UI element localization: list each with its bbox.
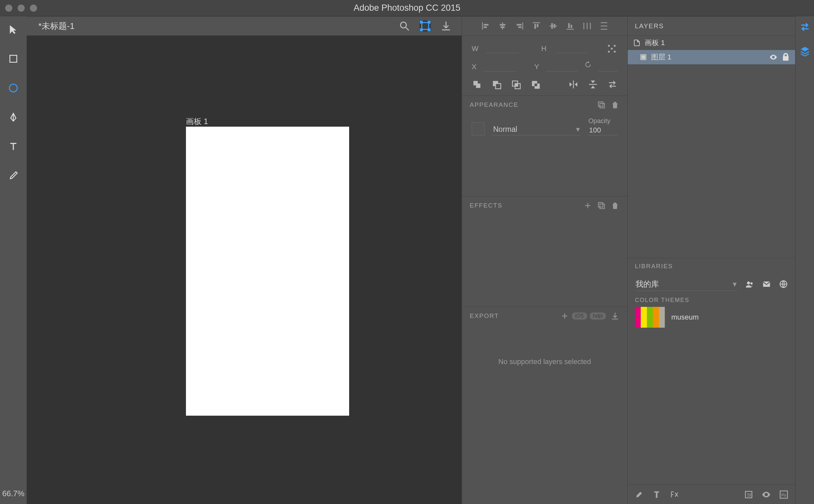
- library-select[interactable]: 我的库 ▾: [635, 278, 737, 291]
- rectangle-tool[interactable]: [5, 50, 22, 68]
- svg-rect-16: [522, 22, 523, 30]
- color-themes-label: COLOR THEMES: [628, 297, 795, 304]
- distribute-v-icon[interactable]: [599, 21, 609, 31]
- svg-rect-0: [10, 55, 17, 62]
- align-left-icon[interactable]: [481, 21, 490, 31]
- svg-rect-28: [583, 23, 584, 29]
- rotate-input[interactable]: [598, 62, 618, 71]
- layers-title: LAYERS: [635, 22, 664, 30]
- copy-style-icon[interactable]: [597, 100, 606, 109]
- close-window-icon[interactable]: [5, 5, 12, 12]
- globe-icon[interactable]: [779, 280, 788, 289]
- add-effect-icon[interactable]: [583, 201, 592, 210]
- bool-subtract-icon[interactable]: [491, 79, 502, 90]
- align-top-icon[interactable]: [531, 21, 541, 31]
- svg-point-57: [747, 282, 750, 284]
- search-icon[interactable]: [399, 20, 410, 32]
- artboard-row[interactable]: 画板 1: [628, 36, 795, 50]
- layer-row[interactable]: 图层 1: [628, 50, 795, 64]
- move-tool[interactable]: [5, 21, 22, 38]
- bool-union-icon[interactable]: [472, 79, 482, 90]
- layers-panel: LAYERS 画板 1 图层 1 LIBRARIES: [628, 16, 795, 504]
- fx-icon[interactable]: [669, 490, 679, 499]
- eyedropper-tool[interactable]: [5, 167, 22, 184]
- document-tab[interactable]: *未标题-1: [27, 20, 74, 32]
- align-center-v-icon[interactable]: [548, 21, 558, 31]
- flip-h-icon[interactable]: [568, 79, 579, 90]
- width-input[interactable]: [486, 44, 518, 53]
- swap-icon[interactable]: [607, 79, 618, 90]
- zoom-window-icon[interactable]: [30, 5, 37, 12]
- svg-rect-5: [422, 23, 429, 30]
- transform-toggle-icon[interactable]: [419, 20, 431, 32]
- visibility-toggle-icon[interactable]: [769, 53, 778, 61]
- color-theme-swatch[interactable]: [635, 307, 665, 328]
- align-center-h-icon[interactable]: [498, 21, 507, 31]
- opacity-input[interactable]: 100: [588, 125, 618, 135]
- type-tool[interactable]: [5, 138, 22, 155]
- flip-v-icon[interactable]: [588, 79, 598, 90]
- delete-effect-icon[interactable]: [610, 201, 620, 210]
- delete-style-icon[interactable]: [610, 100, 620, 109]
- opacity-label: Opacity: [588, 117, 618, 125]
- svg-rect-46: [598, 102, 603, 107]
- svg-text:St: St: [747, 493, 751, 498]
- chevron-down-icon: ▾: [576, 125, 580, 134]
- fill-swatch[interactable]: [472, 122, 485, 135]
- svg-rect-8: [420, 29, 422, 31]
- height-input[interactable]: [555, 44, 588, 53]
- ios-preset-tag[interactable]: iOS: [572, 312, 587, 320]
- svg-rect-9: [428, 29, 430, 31]
- share-library-icon[interactable]: [745, 280, 754, 289]
- svg-point-38: [611, 48, 613, 50]
- preview-icon[interactable]: [761, 490, 771, 499]
- distribute-h-icon[interactable]: [582, 21, 592, 31]
- type-style-icon[interactable]: [652, 490, 662, 499]
- svg-rect-56: [783, 57, 788, 60]
- artboard-row-label: 画板 1: [645, 38, 665, 48]
- mail-icon[interactable]: [762, 280, 771, 289]
- svg-rect-14: [500, 24, 505, 26]
- svg-rect-17: [516, 24, 521, 26]
- swap-panel-icon[interactable]: [799, 21, 810, 32]
- stock-icon[interactable]: St: [744, 490, 754, 499]
- lock-icon[interactable]: [782, 53, 790, 61]
- svg-point-3: [401, 22, 406, 28]
- layers-panel-icon[interactable]: [799, 45, 810, 57]
- layers-header: LAYERS: [628, 16, 795, 36]
- blend-mode-select[interactable]: Normal ▾: [492, 124, 580, 135]
- link-wh-icon[interactable]: [606, 43, 618, 55]
- download-icon[interactable]: [440, 20, 452, 32]
- artboard-label[interactable]: 画板 1: [186, 116, 208, 127]
- align-right-icon[interactable]: [515, 21, 524, 31]
- export-empty-message: No supported layers selected: [462, 358, 628, 366]
- h-label: H: [541, 44, 549, 53]
- svg-rect-15: [500, 26, 504, 28]
- svg-rect-45: [589, 84, 597, 85]
- ps-icon[interactable]: Ps: [779, 490, 789, 499]
- properties-panel: W H X Y: [462, 16, 628, 504]
- copy-effect-icon[interactable]: [597, 201, 606, 210]
- export-download-icon[interactable]: [610, 311, 620, 321]
- minimize-window-icon[interactable]: [18, 5, 25, 12]
- bool-exclude-icon[interactable]: [530, 79, 540, 90]
- x-input[interactable]: [483, 62, 515, 71]
- bool-intersect-icon[interactable]: [511, 79, 521, 90]
- transform-section: W H X Y: [462, 36, 628, 96]
- artboard[interactable]: [186, 127, 349, 416]
- y-input[interactable]: [545, 62, 578, 71]
- svg-point-1: [9, 84, 17, 92]
- rotate-icon[interactable]: [584, 61, 591, 73]
- align-bottom-icon[interactable]: [565, 21, 575, 31]
- add-export-icon[interactable]: [560, 311, 569, 321]
- svg-line-4: [406, 28, 409, 31]
- svg-rect-43: [515, 83, 517, 86]
- svg-rect-6: [420, 21, 422, 23]
- svg-rect-31: [601, 22, 607, 23]
- layers-footer: St Ps: [628, 485, 795, 504]
- ellipse-tool[interactable]: [5, 79, 22, 97]
- canvas[interactable]: 画板 1: [27, 36, 462, 504]
- brush-icon[interactable]: [634, 490, 644, 499]
- hdpi-preset-tag[interactable]: hdpi: [590, 312, 606, 320]
- pen-tool[interactable]: [5, 108, 22, 126]
